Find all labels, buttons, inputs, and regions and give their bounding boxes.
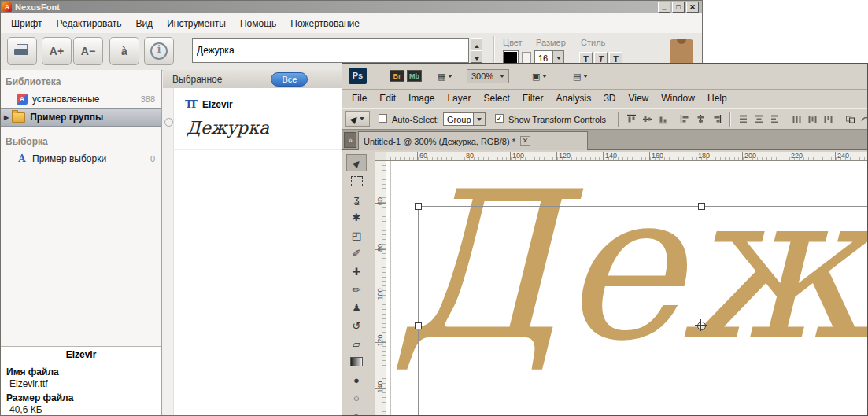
zoom-level-dropdown[interactable]: 300% <box>467 69 509 83</box>
menu-layer[interactable]: Layer <box>441 90 477 106</box>
transform-handle-top-left[interactable] <box>415 203 422 210</box>
expand-arrow-icon[interactable]: ▶ <box>4 114 9 121</box>
ruler-corner <box>375 152 386 161</box>
align-left-edges-button[interactable] <box>678 112 693 127</box>
auto-select-dropdown[interactable]: Group <box>443 112 486 126</box>
view-extras-icon: ▣ <box>532 72 540 82</box>
ruler-mark: 100 <box>376 286 384 302</box>
font-size-decrease-button[interactable]: A− <box>73 37 103 65</box>
menu-help[interactable]: Help <box>701 90 733 106</box>
align-right-edges-button[interactable] <box>709 112 724 127</box>
align-top-edges-button[interactable] <box>624 112 639 127</box>
pen-tool[interactable]: ✒ <box>346 407 367 416</box>
transform-bounding-box[interactable] <box>418 206 867 415</box>
accent-chars-button[interactable]: à <box>109 37 139 65</box>
show-transform-checkbox[interactable]: ✓ <box>495 114 504 123</box>
menu-filter[interactable]: Filter <box>516 90 550 106</box>
auto-align-layers-button[interactable] <box>843 112 858 127</box>
nexusfont-titlebar[interactable]: A NexusFont _ □ ✕ <box>1 1 702 13</box>
distribute-vertical-centers-button[interactable] <box>752 112 766 127</box>
dropdown-arrow-icon <box>448 75 452 78</box>
quick-selection-tool[interactable]: ✱ <box>346 208 367 226</box>
tool-preset-button[interactable]: ▶ <box>345 111 370 127</box>
menu-edit[interactable]: Редактировать <box>49 16 128 31</box>
info-button[interactable]: i <box>144 37 174 65</box>
distribute-bottom-edges-button[interactable] <box>767 112 782 127</box>
transform-handle-top-center[interactable] <box>698 203 705 210</box>
menu-window[interactable]: Window <box>655 90 701 106</box>
lasso-tool[interactable]: ʓ <box>346 190 367 208</box>
menu-image[interactable]: Image <box>402 90 441 106</box>
screen-mode-button[interactable]: ▤ <box>569 69 592 83</box>
sidebar-item-installed[interactable]: A установленные 388 <box>1 90 161 108</box>
document-tab[interactable]: Untitled-1 @ 300% (Дежурка, RGB/8) * ✕ <box>358 131 588 150</box>
font-preview-text: Дежурка <box>187 118 269 138</box>
nexusfont-menubar: Шрифт Редактировать Вид Инструменты Помо… <box>1 13 702 34</box>
align-horizontal-centers-button[interactable] <box>693 112 708 127</box>
view-extras-button[interactable]: ▣ <box>528 69 551 83</box>
preview-spinner-down[interactable] <box>471 50 482 63</box>
donate-shirt-icon[interactable] <box>670 39 693 64</box>
photoshop-app-bar: Ps Br Mb ▦ 300% ▣ ▤ <box>342 64 867 90</box>
menu-analysis[interactable]: Analysis <box>549 90 597 106</box>
crop-tool[interactable]: ◰ <box>346 226 367 244</box>
distribute-right-edges-button[interactable] <box>821 112 836 127</box>
menu-view[interactable]: Вид <box>128 16 160 31</box>
tools-panel-toggle[interactable]: » <box>344 132 356 148</box>
distribute-top-edges-button[interactable] <box>736 112 751 127</box>
move-tool[interactable]: ▶ <box>346 154 367 171</box>
align-bottom-edges-button[interactable] <box>656 112 670 127</box>
menu-tools[interactable]: Инструменты <box>160 16 233 31</box>
document-canvas[interactable]: Дежурка <box>386 161 867 415</box>
font-select-circle[interactable] <box>164 118 173 127</box>
dodge-tool[interactable]: ○ <box>346 389 367 407</box>
transform-reference-point[interactable] <box>697 322 706 330</box>
filter-all-button[interactable]: Все <box>271 72 308 87</box>
menu-3d[interactable]: 3D <box>597 90 622 106</box>
distribute-left-edges-button[interactable] <box>789 112 804 127</box>
history-brush-tool[interactable]: ↺ <box>346 317 367 334</box>
eyedropper-tool[interactable]: ✐ <box>346 245 367 262</box>
sidebar-item-sample-group[interactable]: ▶ Пример группы <box>1 108 161 127</box>
maximize-button[interactable]: □ <box>672 2 685 13</box>
minimize-button[interactable]: _ <box>658 2 670 13</box>
rectangular-marquee-tool[interactable] <box>346 172 367 190</box>
menu-donate[interactable]: Пожертвование <box>283 16 367 31</box>
transform-handle-middle-left[interactable] <box>415 322 422 329</box>
font-size-increase-button[interactable]: A+ <box>42 37 72 65</box>
menu-select[interactable]: Select <box>477 90 515 106</box>
selection-a-icon: A <box>17 153 28 164</box>
brush-tool[interactable]: ✏ <box>346 281 367 298</box>
clone-stamp-tool[interactable]: ♟ <box>346 299 367 316</box>
warp-mode-button[interactable] <box>859 112 868 127</box>
dropdown-arrow-icon <box>477 118 482 121</box>
options-separator <box>729 112 730 127</box>
sidebar-item-sample-selection[interactable]: A Пример выборки 0 <box>1 150 161 168</box>
dropdown-button[interactable] <box>473 113 485 125</box>
menu-font[interactable]: Шрифт <box>4 16 49 31</box>
menu-help[interactable]: Помощь <box>233 16 283 31</box>
window-title: NexusFont <box>15 2 60 12</box>
auto-select-checkbox[interactable] <box>379 114 387 123</box>
preview-text-input[interactable] <box>192 38 469 63</box>
blur-tool[interactable]: ● <box>346 371 367 388</box>
close-document-icon[interactable]: ✕ <box>520 136 530 146</box>
preview-spinner-up[interactable] <box>471 38 482 50</box>
selected-tab-label[interactable]: Выбранное <box>172 74 222 85</box>
bridge-button[interactable]: Br <box>390 70 404 82</box>
distribute-horizontal-centers-button[interactable] <box>805 112 820 127</box>
menu-file[interactable]: File <box>345 90 373 106</box>
menu-view[interactable]: View <box>622 90 655 106</box>
print-button[interactable] <box>7 37 37 65</box>
menu-edit[interactable]: Edit <box>373 90 402 106</box>
spot-healing-brush-tool[interactable]: ✚ <box>346 263 367 280</box>
size-label: Размер <box>536 38 566 47</box>
eraser-tool[interactable]: ▱ <box>346 335 367 352</box>
mobile-button[interactable]: Mb <box>407 70 422 82</box>
gradient-tool[interactable] <box>346 353 367 370</box>
ruler-mark: 160 <box>652 152 663 160</box>
dropdown-arrow-icon <box>556 57 561 60</box>
arrange-documents-button[interactable]: ▦ <box>434 69 456 83</box>
close-button[interactable]: ✕ <box>686 2 699 13</box>
align-vertical-centers-button[interactable] <box>640 112 655 127</box>
